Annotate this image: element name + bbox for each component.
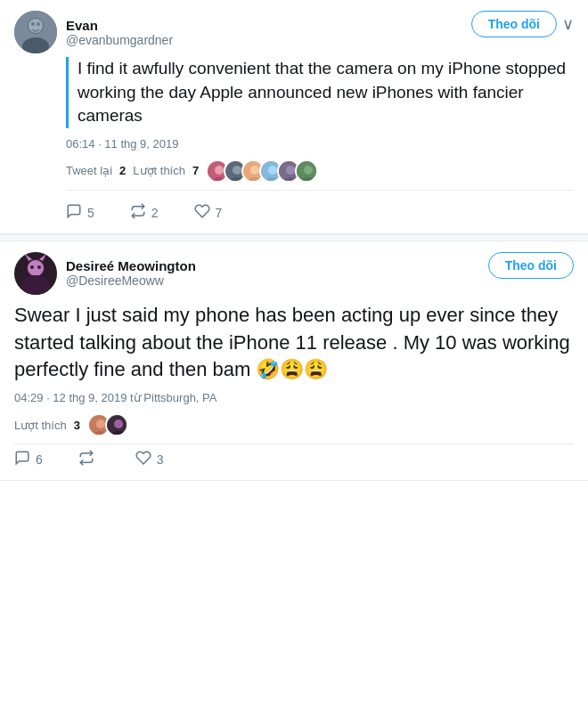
like-icon [194, 203, 210, 223]
liked-avatar-6 [295, 159, 318, 183]
tweet2-user-info-group: Desireé Meowington @DesireeMeoww [14, 252, 196, 295]
tweet2-like-action[interactable]: 3 [135, 450, 164, 469]
tweet-card-2: Desireé Meowington @DesireeMeoww Theo dõ… [0, 241, 588, 481]
tweet1-user-name: Evan [66, 18, 173, 33]
retweet-icon [130, 203, 146, 223]
reply-icon [66, 203, 82, 223]
tweet2-retweet-action[interactable] [78, 450, 100, 469]
svg-point-30 [30, 265, 34, 269]
svg-point-33 [96, 420, 105, 428]
tweet-divider [0, 234, 588, 241]
svg-point-26 [28, 260, 44, 276]
tweet2-like-icon [135, 450, 151, 469]
tweet1-retweet-label: Tweet lại [66, 164, 112, 177]
tweet1-like-action-count: 7 [216, 206, 223, 220]
tweet2-like-count: 3 [157, 452, 164, 467]
tweet1-retweet-action[interactable]: 2 [130, 203, 159, 223]
tweet1-reply-action[interactable]: 5 [66, 203, 94, 223]
tweet1-user-info: Evan @evanbumgardner [66, 18, 173, 47]
svg-point-16 [268, 166, 277, 175]
tweet-card-1: Evan @evanbumgardner Theo dõi ∨ I find i… [0, 0, 588, 234]
tweet1-retweet-count: 2 [119, 164, 126, 177]
tweet1-likes-label: Lượt thích [133, 164, 185, 177]
tweet2-user-handle: @DesireeMeoww [66, 273, 196, 288]
tweet2-follow-button[interactable]: Theo dõi [488, 252, 574, 279]
chevron-down-icon[interactable]: ∨ [562, 14, 574, 34]
svg-point-10 [233, 166, 241, 175]
svg-point-13 [250, 166, 259, 175]
svg-point-5 [37, 22, 40, 26]
svg-point-36 [114, 420, 123, 428]
tweet2-likes-label: Lượt thích [14, 419, 67, 432]
tweet1-retweet-action-count: 2 [151, 206, 159, 220]
tweet1-like-action[interactable]: 7 [194, 203, 223, 223]
tweet2-header-right: Theo dõi [488, 252, 574, 279]
tweet2-avatar [14, 252, 57, 295]
tweet1-actions: 5 2 7 [66, 200, 574, 223]
tweet2-header: Desireé Meowington @DesireeMeoww Theo dõ… [14, 252, 574, 295]
tweet2-liked-avatar-2 [105, 413, 128, 436]
tweet1-content: I find it awfully convenient that the ca… [66, 57, 574, 223]
tweet1-liked-avatars [206, 159, 318, 183]
tweet1-blue-bar-wrapper: I find it awfully convenient that the ca… [66, 57, 574, 128]
tweet1-user-handle: @evanbumgardner [66, 33, 173, 47]
tweet2-liked-avatars [87, 413, 128, 436]
tweet1-header: Evan @evanbumgardner Theo dõi ∨ [14, 11, 574, 53]
tweet2-reply-action[interactable]: 6 [14, 450, 43, 469]
tweet2-reply-count: 6 [36, 452, 43, 467]
tweet1-follow-button[interactable]: Theo dõi [471, 11, 557, 37]
svg-point-31 [37, 265, 41, 269]
tweet2-retweet-icon [78, 450, 94, 469]
svg-point-4 [31, 22, 35, 26]
tweet1-stats: Tweet lại 2 Lượt thích 7 [66, 159, 574, 191]
tweet2-text: Swear I just said my phone has been acti… [14, 302, 574, 384]
tweet2-user-info: Desireé Meowington @DesireeMeoww [66, 258, 196, 288]
tweet2-likes-count: 3 [74, 419, 80, 432]
avatar [14, 11, 57, 53]
tweet1-timestamp: 06:14 · 11 thg 9, 2019 [66, 137, 574, 151]
tweet1-likes-count: 7 [192, 164, 199, 177]
tweet1-header-right: Theo dõi ∨ [471, 11, 574, 37]
tweet2-stats: Lượt thích 3 [14, 413, 574, 436]
tweet1-text: I find it awfully convenient that the ca… [78, 57, 574, 128]
tweet1-reply-count: 5 [87, 206, 94, 220]
svg-point-22 [304, 166, 313, 175]
tweet1-user-info-group: Evan @evanbumgardner [14, 11, 173, 53]
tweet2-actions: 6 3 [14, 444, 574, 469]
tweet2-timestamp: 04:29 · 12 thg 9, 2019 từ Pittsburgh, PA [14, 391, 574, 404]
tweet2-reply-icon [14, 450, 30, 469]
tweet2-user-name: Desireé Meowington [66, 258, 196, 273]
svg-point-19 [286, 166, 295, 175]
svg-point-7 [215, 166, 224, 175]
